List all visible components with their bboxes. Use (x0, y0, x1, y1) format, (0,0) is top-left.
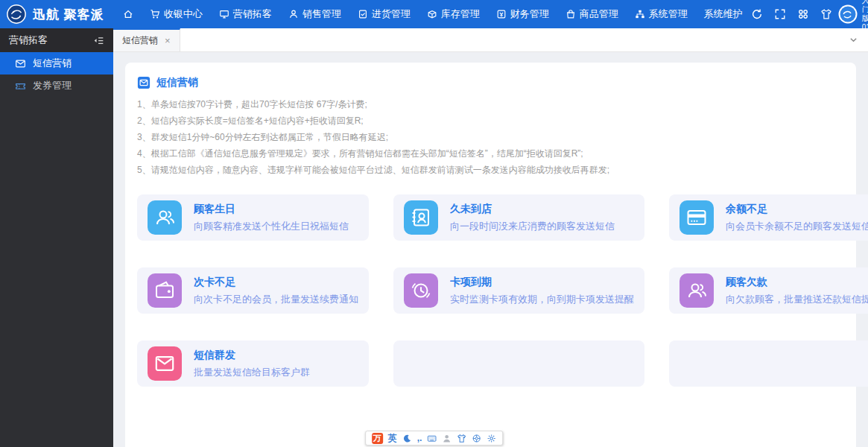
envelope-icon (15, 58, 26, 69)
ime-logo[interactable]: 万 (372, 433, 383, 444)
sidebar-item-sms-marketing[interactable]: 短信营销 (0, 52, 113, 74)
content-panel: 短信营销 1、单条短信按70字计费，超出70字长短信按 67字/条计费;2、短信… (125, 63, 856, 447)
nav-item-label: 系统维护 (704, 7, 743, 21)
nav-item-marketing[interactable]: 营销拓客 (211, 0, 280, 28)
nav-item-label: 财务管理 (510, 7, 549, 21)
finance-icon (496, 9, 507, 19)
people-icon (679, 273, 714, 308)
people-icon (148, 200, 182, 235)
tab-sms-marketing[interactable]: 短信营销 × (113, 28, 180, 51)
feature-card-sms-bulk-send[interactable]: 短信群发批量发送短信给目标客户群 (137, 340, 369, 387)
placeholder-card (669, 340, 868, 387)
ime-settings-icon[interactable] (487, 434, 496, 443)
avatar (838, 4, 858, 24)
nav-item-inventory-management[interactable]: 库存管理 (419, 0, 488, 28)
feature-card-title: 卡项到期 (450, 276, 634, 289)
tab-bar: 短信营销 × (113, 28, 868, 52)
notice-line: 2、短信内容实际长度=短信签名+短信内容+拒收请回复R; (137, 112, 844, 129)
tab-close-icon[interactable]: × (165, 35, 171, 46)
feature-card-customer-debt[interactable]: 顾客欠款向欠款顾客，批量推送还款短信提醒 (669, 267, 868, 314)
fullscreen-button[interactable] (774, 8, 786, 20)
topbar: 迅航 聚客派 收银中心营销拓客销售管理进货管理库存管理财务管理商品管理系统管理系… (0, 0, 868, 28)
wallet-icon (148, 273, 182, 308)
feature-card-card-expiry[interactable]: 卡项到期实时监测卡项有效期，向到期卡项发送提醒 (393, 267, 644, 314)
cashier-icon (150, 9, 160, 19)
sidebar-menu: 短信营销发券管理 (0, 52, 113, 97)
placeholder-card (393, 340, 644, 387)
feature-card-desc: 向欠款顾客，批量推送还款短信提醒 (726, 293, 868, 306)
nav-item-purchase-management[interactable]: 进货管理 (349, 0, 419, 28)
tabbar-chevron-down-icon[interactable] (849, 36, 858, 44)
notice-line: 1、单条短信按70字计费，超出70字长短信按 67字/条计费; (137, 96, 844, 112)
nav-item-sales-management[interactable]: 销售管理 (280, 0, 349, 28)
ime-half-width-icon[interactable] (402, 434, 412, 443)
feature-card-title: 次卡不足 (194, 276, 358, 289)
clock-icon (404, 273, 438, 308)
nav-item-label: 营销拓客 (233, 7, 272, 21)
theme-button[interactable] (820, 8, 832, 20)
sidebar-item-coupon-management[interactable]: 发券管理 (0, 74, 113, 97)
topbar-actions (751, 8, 838, 20)
collapse-sidebar-icon[interactable] (93, 35, 104, 46)
app-title: 迅航 聚客派 (33, 6, 104, 23)
feature-card-text: 顾客欠款向欠款顾客，批量推送还款短信提醒 (726, 276, 868, 306)
nav-item-finance-management[interactable]: 财务管理 (488, 0, 557, 28)
marketing-icon (219, 9, 229, 19)
home-icon (123, 9, 133, 19)
feature-card-title: 短信群发 (194, 349, 310, 362)
top-navigation: 收银中心营销拓客销售管理进货管理库存管理财务管理商品管理系统管理系统维护 (115, 0, 751, 28)
user-menu[interactable]: 入门版 01 (838, 0, 868, 32)
feature-card-text: 短信群发批量发送短信给目标客户群 (194, 349, 310, 379)
feature-card-title: 顾客生日 (194, 203, 349, 216)
ime-lang-english[interactable]: 英 (388, 434, 397, 443)
section-title: 短信营销 (156, 76, 198, 89)
feature-card-desc: 实时监测卡项有效期，向到期卡项发送提醒 (450, 293, 634, 306)
feature-card-text: 顾客生日向顾客精准发送个性化生日祝福短信 (194, 203, 349, 233)
apps-icon (797, 8, 809, 20)
nav-item-system-management[interactable]: 系统管理 (627, 0, 696, 28)
feature-card-times-card-low[interactable]: 次卡不足向次卡不足的会员，批量发送续费通知 (137, 267, 369, 314)
user-name: 入门版 01 (862, 0, 868, 32)
ime-skin-icon[interactable] (457, 434, 466, 443)
ime-punctuation[interactable]: ,. (417, 434, 422, 443)
feature-card-desc: 向次卡不足的会员，批量发送续费通知 (194, 293, 358, 306)
notice-line: 5、请规范短信内容，随意内容、违规字样可能会被短信平台过滤、短信群发前请测试一条… (137, 162, 844, 178)
feature-card-long-absent-customer[interactable]: 久未到店向一段时间没来店消费的顾客发送短信 (393, 194, 644, 241)
system-icon (635, 9, 645, 19)
ime-soft-keyboard-icon[interactable] (427, 434, 437, 443)
sidebar-title: 营销拓客 (9, 34, 48, 47)
feature-card-customer-birthday[interactable]: 顾客生日向顾客精准发送个性化生日祝福短信 (137, 194, 369, 241)
feature-grid: 顾客生日向顾客精准发送个性化生日祝福短信久未到店向一段时间没来店消费的顾客发送短… (137, 194, 844, 387)
feature-card-low-balance[interactable]: 余额不足向会员卡余额不足的顾客发送短信 (669, 194, 868, 241)
feature-card-text: 卡项到期实时监测卡项有效期，向到期卡项发送提醒 (450, 276, 634, 306)
feature-card-text: 余额不足向会员卡余额不足的顾客发送短信 (726, 203, 868, 233)
ime-toolbox-icon[interactable] (472, 434, 481, 443)
refresh-button[interactable] (751, 8, 763, 20)
section-header: 短信营销 (137, 76, 844, 89)
nav-item-label: 系统管理 (649, 7, 688, 21)
nav-item-goods-management[interactable]: 商品管理 (557, 0, 627, 28)
nav-item-label: 销售管理 (302, 7, 341, 21)
logo-icon (6, 4, 27, 25)
feature-card-title: 顾客欠款 (726, 276, 868, 289)
ime-account-icon[interactable] (442, 434, 452, 443)
id-card-icon (404, 200, 438, 235)
apps-button[interactable] (797, 8, 809, 20)
sidebar-item-label: 发券管理 (33, 79, 72, 92)
fullscreen-icon (774, 8, 786, 20)
sms-envelope-icon (137, 76, 151, 89)
nav-item-system-maintenance[interactable]: 系统维护 (696, 0, 751, 28)
nav-item-cashier-center[interactable]: 收银中心 (142, 0, 211, 28)
feature-card-title: 久未到店 (450, 203, 615, 216)
envelope-icon (148, 346, 182, 381)
nav-item-home[interactable] (115, 0, 142, 28)
ime-toolbar: 万英,. (365, 431, 504, 446)
nav-item-label: 进货管理 (372, 7, 411, 21)
user-name-line1: 入门版 (862, 0, 868, 23)
refresh-icon (751, 8, 763, 20)
nav-item-label: 库存管理 (441, 7, 480, 21)
feature-card-text: 次卡不足向次卡不足的会员，批量发送续费通知 (194, 276, 358, 306)
sales-icon (288, 9, 299, 19)
feature-card-text: 久未到店向一段时间没来店消费的顾客发送短信 (450, 203, 615, 233)
feature-card-desc: 向顾客精准发送个性化生日祝福短信 (194, 220, 349, 233)
